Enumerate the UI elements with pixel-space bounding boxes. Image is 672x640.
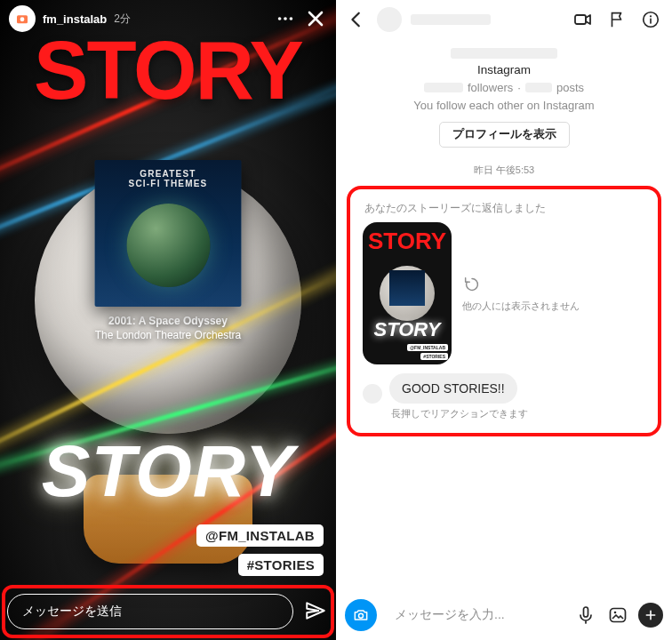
album-title-line1: GREATEST — [140, 169, 196, 179]
svg-point-2 — [278, 17, 282, 20]
thumb-text-top: STORY — [363, 228, 452, 255]
more-horizontal-icon — [276, 9, 295, 28]
info-button[interactable] — [638, 7, 663, 32]
video-icon — [572, 9, 594, 30]
story-thumbnail[interactable]: STORY STORY @FM_INSTALAB #STORIES — [363, 222, 452, 364]
story-stickers: @FM_INSTALAB #STORIES — [196, 524, 324, 576]
message-bubble[interactable]: GOOD STORIES!! — [389, 373, 517, 404]
story-viewer-screen: fm_instalab 2分 STORY GREATEST SCI-FI THE… — [0, 0, 336, 640]
chevron-left-icon — [347, 10, 366, 29]
profile-summary: Instagram followers · posts You follow e… — [336, 39, 672, 148]
svg-point-12 — [614, 612, 617, 614]
svg-point-1 — [20, 17, 25, 21]
story-more-button[interactable] — [274, 7, 297, 30]
reaction-hint: 長押しでリアクションできます — [391, 408, 645, 420]
svg-point-7 — [650, 15, 652, 17]
svg-rect-11 — [611, 609, 626, 622]
svg-point-3 — [284, 17, 287, 20]
message-row: GOOD STORIES!! — [363, 373, 645, 404]
svg-rect-8 — [650, 19, 652, 24]
thumb-hashtag: #STORIES — [420, 353, 448, 360]
story-reply-label: あなたのストーリーズに返信しました — [364, 202, 645, 215]
artist-name: The London Theatre Orchestra — [95, 329, 242, 341]
close-icon — [305, 8, 326, 29]
hashtag-sticker[interactable]: #STORIES — [238, 554, 324, 576]
flag-icon — [607, 10, 627, 29]
video-call-button[interactable] — [571, 7, 596, 32]
image-icon — [607, 604, 628, 626]
sender-avatar[interactable] — [363, 384, 382, 404]
story-close-button[interactable] — [304, 7, 327, 30]
story-author-avatar[interactable] — [9, 5, 36, 32]
dm-header-name-redacted[interactable] — [411, 14, 491, 25]
message-timestamp: 昨日 午後5:53 — [336, 164, 672, 177]
camera-button[interactable] — [345, 599, 377, 631]
dm-compose-bar: メッセージを入力... — [336, 590, 672, 640]
story-reply-placeholder: メッセージを送信 — [22, 604, 122, 620]
back-button[interactable] — [345, 8, 368, 31]
send-icon — [304, 599, 327, 622]
story-text-bottom: STORY — [0, 429, 336, 513]
mention-sticker[interactable]: @FM_INSTALAB — [196, 524, 324, 547]
story-text-top: STORY — [0, 34, 336, 108]
svg-rect-5 — [575, 15, 586, 24]
story-header: fm_instalab 2分 — [0, 5, 336, 32]
dm-thread-screen: Instagram followers · posts You follow e… — [336, 0, 672, 640]
track-name: 2001: A Space Odyssey — [108, 315, 228, 327]
microphone-icon — [575, 604, 596, 626]
story-reply-message: STORY STORY @FM_INSTALAB #STORIES 他の人には表… — [363, 222, 645, 364]
dm-header — [336, 0, 672, 39]
more-options-button[interactable] — [638, 603, 663, 628]
thumb-text-bottom: STORY — [363, 318, 452, 341]
posts-count-redacted — [525, 83, 552, 92]
story-reply-bar: メッセージを送信 — [7, 592, 329, 631]
view-profile-button[interactable]: プロフィールを表示 — [439, 122, 570, 148]
followers-count-redacted — [424, 83, 463, 92]
album-cover: GREATEST SCI-FI THEMES — [95, 160, 242, 307]
music-sticker[interactable]: GREATEST SCI-FI THEMES 2001: A Space Ody… — [95, 160, 242, 342]
ephemeral-icon — [462, 275, 482, 294]
profile-name-redacted — [451, 48, 557, 59]
plus-icon — [644, 608, 658, 622]
camera-icon — [352, 606, 370, 624]
profile-stats: followers · posts — [424, 81, 584, 94]
camera-icon — [14, 11, 30, 27]
svg-point-4 — [290, 17, 293, 20]
voice-message-button[interactable] — [574, 604, 597, 627]
mutual-follow-text: You follow each other on Instagram — [413, 99, 594, 112]
info-icon — [641, 10, 660, 29]
music-meta: 2001: A Space Odyssey The London Theatre… — [95, 314, 242, 342]
story-send-button[interactable] — [304, 599, 329, 624]
thumb-mention: @FM_INSTALAB — [407, 344, 448, 351]
gallery-button[interactable] — [606, 604, 629, 627]
album-title-line2: SCI-FI THEMES — [129, 179, 208, 188]
dm-header-avatar[interactable] — [377, 7, 402, 32]
story-time: 2分 — [114, 12, 131, 27]
ephemeral-text: 他の人には表示されません — [462, 300, 580, 313]
posts-label: posts — [556, 81, 584, 94]
followers-label: followers — [468, 81, 513, 94]
flag-button[interactable] — [604, 7, 629, 32]
dm-message-input[interactable]: メッセージを入力... — [386, 597, 565, 633]
platform-label: Instagram — [477, 63, 531, 76]
svg-point-9 — [359, 613, 364, 618]
svg-rect-10 — [584, 607, 588, 617]
story-author-username[interactable]: fm_instalab — [43, 12, 107, 26]
dm-input-placeholder: メッセージを入力... — [395, 607, 505, 623]
ephemeral-note: 他の人には表示されません — [462, 275, 580, 313]
annotation-highlight-right: あなたのストーリーズに返信しました STORY STORY @FM_INSTAL… — [347, 186, 661, 436]
replay-icon — [462, 275, 482, 294]
story-reply-input[interactable]: メッセージを送信 — [7, 594, 293, 629]
